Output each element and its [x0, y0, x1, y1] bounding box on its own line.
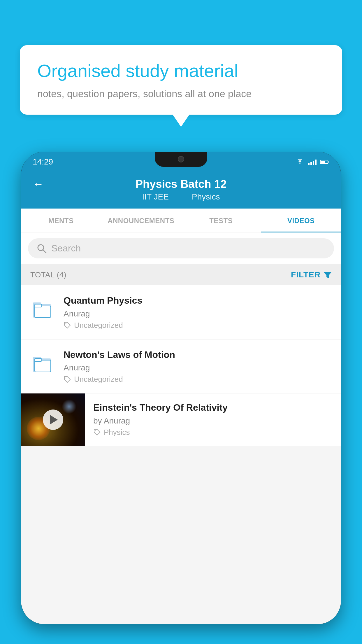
- folder-icon-container: [29, 296, 55, 322]
- status-icons: [295, 159, 329, 165]
- subtitle-iit-jee: IIT JEE: [142, 192, 169, 201]
- video-author: by Anurag: [93, 416, 333, 426]
- folder-icon: [32, 298, 53, 319]
- subtitle-physics: Physics: [192, 192, 220, 201]
- video-tag-row: Uncategorized: [64, 321, 333, 330]
- video-info: Quantum Physics Anurag Uncategorized: [64, 295, 333, 330]
- tab-ments[interactable]: MENTS: [21, 209, 101, 232]
- svg-point-13: [95, 430, 96, 431]
- video-tag: Uncategorized: [74, 321, 123, 330]
- list-item[interactable]: Newton's Laws of Motion Anurag Uncategor…: [21, 340, 341, 394]
- video-tag: Physics: [104, 428, 130, 437]
- folder-icon-container: [29, 350, 55, 376]
- video-info: Einstein's Theory Of Relativity by Anura…: [85, 393, 333, 437]
- filter-bar: TOTAL (4) FILTER: [21, 264, 341, 285]
- filter-button[interactable]: FILTER: [291, 270, 332, 279]
- tag-icon: [64, 321, 71, 329]
- svg-rect-6: [35, 304, 42, 307]
- signal-bars-icon: [308, 159, 317, 165]
- svg-rect-11: [35, 358, 42, 361]
- svg-line-1: [43, 250, 46, 253]
- tab-bar: MENTS ANNOUNCEMENTS TESTS VIDEOS: [21, 209, 341, 232]
- tab-videos[interactable]: VIDEOS: [261, 209, 341, 232]
- search-bar[interactable]: Search: [28, 238, 334, 258]
- search-container: Search: [21, 232, 341, 264]
- glow-effect-2: [62, 399, 76, 414]
- video-tag: Uncategorized: [74, 375, 123, 384]
- svg-rect-10: [35, 360, 51, 372]
- back-button[interactable]: ←: [33, 178, 44, 190]
- status-time: 14:29: [33, 157, 53, 167]
- video-title: Einstein's Theory Of Relativity: [93, 402, 333, 414]
- video-tag-row: Uncategorized: [64, 375, 333, 384]
- header-title: Physics Batch 12: [136, 178, 227, 190]
- video-author: Anurag: [64, 363, 333, 372]
- header-subtitle: IIT JEE Physics: [139, 192, 224, 202]
- svg-point-7: [66, 323, 66, 324]
- video-author: Anurag: [64, 309, 333, 318]
- tag-icon: [93, 428, 101, 436]
- list-item[interactable]: Quantum Physics Anurag Uncategorized: [21, 285, 341, 340]
- svg-rect-5: [35, 306, 51, 318]
- wifi-icon: [295, 159, 305, 165]
- play-button[interactable]: [43, 410, 63, 430]
- svg-marker-2: [324, 272, 332, 278]
- video-title: Quantum Physics: [64, 295, 333, 307]
- subtitle-separator: [178, 192, 183, 201]
- video-thumbnail: [21, 393, 85, 446]
- video-list: Quantum Physics Anurag Uncategorized: [21, 285, 341, 446]
- speech-bubble-title: Organised study material: [37, 60, 325, 81]
- video-tag-row: Physics: [93, 428, 333, 437]
- filter-icon: [324, 271, 332, 279]
- tab-tests[interactable]: TESTS: [181, 209, 261, 232]
- search-icon: [37, 244, 47, 253]
- tab-announcements[interactable]: ANNOUNCEMENTS: [101, 209, 181, 232]
- filter-label: FILTER: [291, 270, 321, 279]
- battery-icon: [320, 160, 329, 164]
- video-info: Newton's Laws of Motion Anurag Uncategor…: [64, 349, 333, 384]
- content-area: Search TOTAL (4) FILTER: [21, 232, 341, 624]
- phone-notch: [155, 152, 207, 167]
- tag-icon: [64, 376, 71, 383]
- video-title: Newton's Laws of Motion: [64, 349, 333, 361]
- total-count: TOTAL (4): [30, 270, 66, 279]
- svg-point-12: [66, 377, 66, 378]
- speech-bubble: Organised study material notes, question…: [20, 45, 342, 115]
- folder-icon: [32, 353, 53, 374]
- phone-frame: 14:29: [21, 152, 341, 644]
- app-header: ← Physics Batch 12 IIT JEE Physics: [21, 172, 341, 209]
- app-background: Organised study material notes, question…: [0, 0, 362, 644]
- search-input[interactable]: Search: [51, 243, 81, 254]
- camera: [178, 156, 184, 162]
- list-item[interactable]: Einstein's Theory Of Relativity by Anura…: [21, 393, 341, 446]
- speech-bubble-subtitle: notes, question papers, solutions all at…: [37, 88, 325, 99]
